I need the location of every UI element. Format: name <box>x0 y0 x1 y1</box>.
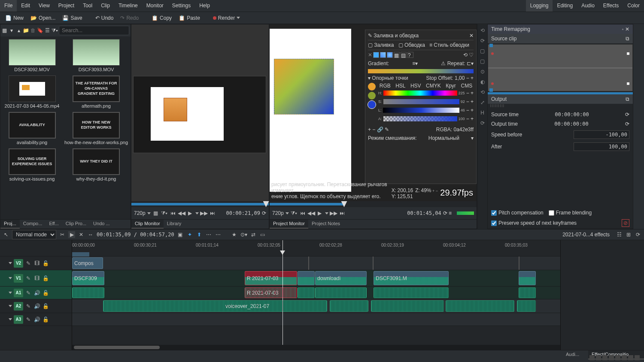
clip-next-icon[interactable]: ⏭ <box>209 210 216 217</box>
timeline-clip[interactable]: DSCF3091.M <box>374 271 449 285</box>
layout-color[interactable]: Color <box>623 0 644 12</box>
status-icon-8[interactable] <box>635 355 640 360</box>
bin-item[interactable]: DSCF3092.MOV <box>3 39 61 72</box>
source-clip-graph[interactable] <box>488 44 633 91</box>
edit-icon[interactable]: ✎ <box>25 260 32 267</box>
menu-monitor[interactable]: Monitor <box>142 0 168 12</box>
status-icon-3[interactable] <box>602 355 608 360</box>
overlay-icon-2[interactable]: ⟳ <box>480 38 486 44</box>
timeline-clip[interactable]: DSCF309 <box>72 271 104 285</box>
timeline-scrollbar[interactable] <box>72 345 560 350</box>
tr-apply-icon[interactable]: ⊘ <box>622 219 629 227</box>
tr-link-icon[interactable]: ⧉ <box>626 36 629 42</box>
edit-icon[interactable]: ✎ <box>25 290 32 296</box>
tr-link-icon-2[interactable]: ⧉ <box>626 96 629 102</box>
timeline-clip[interactable] <box>519 271 536 285</box>
clip-prev-icon[interactable]: ⏮ <box>170 210 176 217</box>
bin-grid[interactable]: DSCF3092.MOVDSCF3093.MOV2021-07-03 04-45… <box>0 36 131 219</box>
menu-clip[interactable]: Clip <box>97 0 114 12</box>
tl-tool-icon[interactable]: ↖ <box>3 231 9 238</box>
tl-snap-icon[interactable]: ✂ <box>59 231 66 238</box>
bin-item[interactable]: DSCF3093.MOV <box>64 39 128 72</box>
new-button[interactable]: 📄 New <box>3 14 26 22</box>
overlay-icon-8[interactable]: ⤢ <box>480 100 486 106</box>
proj-next-icon[interactable]: ⏭ <box>339 210 346 217</box>
tab-audio[interactable]: Audi... <box>562 350 588 359</box>
timeline-clip[interactable]: R 2021-07-03 <box>245 271 297 285</box>
bin-item[interactable]: THE AFTERMATH FOR ON-CANVAS GRADIENT EDI… <box>64 75 128 109</box>
speed-after-input[interactable] <box>574 142 629 151</box>
status-icon-6[interactable] <box>622 355 627 360</box>
layout-editing[interactable]: Editing <box>553 0 577 12</box>
copy-button[interactable]: 📋 Copy <box>149 14 174 22</box>
eff-ico-1[interactable]: ☷ <box>616 231 623 238</box>
bin-sort-icon[interactable]: ▾ <box>9 27 14 33</box>
track-a2[interactable]: voiceover_2021-07 <box>72 299 560 313</box>
timeline-ruler[interactable]: 00:00:00;0000:00:30;2100:01:01;1400:01:3… <box>72 240 560 256</box>
clip-dropdown-icon[interactable]: ⧩▾ <box>161 210 168 217</box>
tl-arrow-icon[interactable]: ↔ <box>87 231 94 238</box>
clip-play-icon[interactable]: ▶ <box>187 210 194 217</box>
clip-voiceover-2[interactable] <box>330 300 368 312</box>
speaker-icon[interactable]: 🔊 <box>33 303 40 310</box>
frame-blending-checkbox[interactable]: Frame blending <box>549 210 592 216</box>
tl-play-icon[interactable]: ▶ <box>68 231 75 238</box>
pitch-checkbox[interactable]: Pitch compensation <box>491 210 544 216</box>
project-seekbar[interactable] <box>270 201 477 207</box>
timeline-playhead[interactable] <box>283 240 283 350</box>
menu-file[interactable]: File <box>0 0 17 12</box>
timeline-canvas[interactable]: 00:00:00;0000:00:30;2100:01:01;1400:01:3… <box>72 240 560 350</box>
preserve-speed-checkbox[interactable]: Preserve speed of next keyframes <box>491 219 577 227</box>
bin-layout-icon[interactable]: ▦ <box>2 27 7 33</box>
overlay-icon-3[interactable]: ▢ <box>480 48 486 54</box>
tl-ico-a[interactable]: ▣ <box>177 231 184 238</box>
tl-ico-b[interactable]: ✦ <box>186 231 193 238</box>
clip-a1-1[interactable] <box>72 287 104 298</box>
tab-clip-monitor[interactable]: Clip Monitor <box>131 220 164 229</box>
overlay-icon-10[interactable]: ⟳ <box>480 120 486 126</box>
timeline-clip[interactable] <box>298 271 315 285</box>
tl-star-icon[interactable]: ★ <box>231 231 238 238</box>
track-header-a3[interactable]: A3✎🔊🔓 <box>0 313 72 326</box>
track-header-v1[interactable]: V1✎🎞🔓 <box>0 270 72 287</box>
status-icon-5[interactable] <box>615 355 620 360</box>
menu-tool[interactable]: Tool <box>79 0 97 12</box>
tab-project-monitor[interactable]: Project Monitor <box>270 220 308 229</box>
timeline-position[interactable]: 00:01:35,09 / 00:04:57,20 <box>97 232 174 238</box>
eff-ico-3[interactable]: ⟳ <box>635 231 641 238</box>
clip-voiceover-5[interactable] <box>517 300 536 312</box>
tr-pin-icon[interactable]: ◦ <box>622 26 623 32</box>
zone-indicator[interactable] <box>72 252 89 256</box>
render-button[interactable]: Render <box>210 14 243 22</box>
overlay-icon-7[interactable]: ⟲ <box>480 89 486 95</box>
tr-close-icon[interactable]: ✕ <box>625 26 629 32</box>
save-button[interactable]: 💾 Save <box>60 14 85 22</box>
bin-delete-icon[interactable]: 🗑 <box>30 27 36 33</box>
clip-a1-4[interactable] <box>315 287 367 298</box>
clip-a1-6[interactable] <box>519 287 536 298</box>
film-icon[interactable]: 🎞 <box>33 275 40 282</box>
search-input[interactable] <box>59 26 129 35</box>
clip-a1-selected[interactable]: R 2021-07-03 <box>245 287 297 298</box>
proj-dropdown-icon[interactable]: ⧩▾ <box>291 210 298 217</box>
edit-icon[interactable]: ✎ <box>25 316 32 323</box>
edit-icon[interactable]: ✎ <box>25 303 32 310</box>
overlay-icon-6[interactable]: ◐ <box>480 79 486 85</box>
menu-settings[interactable]: Settings <box>168 0 195 12</box>
lock-icon[interactable]: 🔓 <box>42 275 49 282</box>
tab-compositions[interactable]: Compo... <box>20 220 46 229</box>
bin-menu-icon[interactable]: ☰ <box>45 27 50 33</box>
tab-effects[interactable]: Eff... <box>46 220 62 229</box>
bin-folder-icon[interactable]: 📁 <box>23 27 29 33</box>
overlay-icon-4[interactable]: ▢ <box>480 58 486 64</box>
source-time-value[interactable]: 00:00:00:00 <box>555 112 589 118</box>
menu-help[interactable]: Help <box>195 0 214 12</box>
status-icon-2[interactable] <box>596 355 601 360</box>
track-header-a2[interactable]: A2✎🔊🔓 <box>0 299 72 313</box>
clip-fwd-icon[interactable]: ▶▶ <box>200 210 207 217</box>
project-monitor[interactable]: ✎ Заливка и обводка✕ ▢ Заливка ▢ Обводка… <box>270 24 477 201</box>
clip-grid-icon[interactable]: ▦ <box>152 210 159 217</box>
tab-clip-properties[interactable]: Clip Pro... <box>62 220 90 229</box>
tl-ico-d[interactable]: ⋯ <box>205 231 212 238</box>
paste-button[interactable]: 📋 Paste <box>176 14 203 22</box>
